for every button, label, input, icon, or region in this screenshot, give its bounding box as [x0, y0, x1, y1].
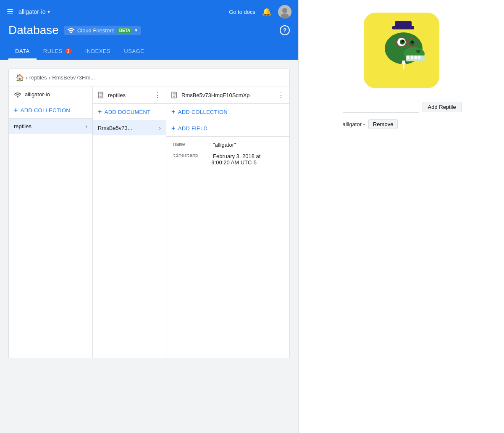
go-to-docs-link[interactable]: Go to docs — [229, 9, 255, 15]
alligator-row: alligator - Remove — [343, 119, 460, 129]
columns-container: alligator-io + ADD COLLECTION reptiles › — [9, 87, 289, 358]
add-document-btn[interactable]: + ADD DOCUMENT — [93, 104, 166, 120]
col-alligator-io: alligator-io + ADD COLLECTION reptiles › — [9, 87, 93, 358]
hamburger-icon[interactable]: ☰ — [7, 7, 13, 16]
beta-badge: BETA — [117, 28, 132, 33]
svg-rect-6 — [395, 21, 412, 29]
plus-icon-doc: + — [98, 108, 102, 116]
reptiles-row[interactable]: reptiles › — [9, 119, 92, 134]
project-dropdown-icon: ▾ — [47, 9, 50, 15]
add-collection-label-3: ADD COLLECTION — [178, 109, 228, 115]
add-collection-btn-3[interactable]: + ADD COLLECTION — [166, 104, 289, 120]
right-panel: Add Reptile alligator - Remove — [298, 0, 504, 433]
breadcrumb: 🏠 › reptiles › RmsBe5v73Hm... — [9, 69, 289, 87]
alligator-svg — [368, 17, 435, 84]
doc-chevron: › — [159, 124, 161, 131]
add-reptile-button[interactable]: Add Reptile — [423, 102, 462, 112]
project-name-label: alligator-io — [18, 8, 46, 15]
tab-data[interactable]: DATA — [8, 44, 37, 60]
svg-rect-20 — [411, 55, 413, 59]
tab-indexes[interactable]: INDEXES — [79, 44, 118, 60]
breadcrumb-reptiles[interactable]: reptiles — [29, 74, 47, 81]
plus-icon-field: + — [171, 124, 176, 132]
field-name-key: name — [173, 142, 207, 148]
col-document: RmsBe5v73HmqF10ScmXp ⋮ + ADD COLLECTION … — [166, 87, 289, 358]
add-field-btn[interactable]: + ADD FIELD — [166, 120, 289, 137]
col3-header: RmsBe5v73HmqF10ScmXp ⋮ — [166, 87, 289, 104]
field-timestamp-key: timestamp — [173, 153, 207, 158]
field-name-row: name : "alligator" — [173, 142, 283, 148]
field-timestamp-row: timestamp : February 3, 2018 at 9:00:20 … — [173, 153, 283, 166]
reptiles-label: reptiles — [14, 123, 85, 129]
col2-menu-icon[interactable]: ⋮ — [154, 91, 161, 99]
database-panel: 🏠 › reptiles › RmsBe5v73Hm... al — [8, 68, 290, 358]
field-name-value: "alligator" — [211, 142, 236, 148]
add-document-label: ADD DOCUMENT — [105, 109, 151, 115]
tab-usage[interactable]: USAGE — [117, 44, 151, 60]
plus-icon-1: + — [14, 106, 18, 114]
add-collection-btn-1[interactable]: + ADD COLLECTION — [9, 102, 92, 119]
firestore-wifi-icon — [67, 27, 75, 33]
top-nav: ☰ alligator-io ▾ Go to docs 🔔 — [0, 0, 298, 24]
alligator-logo — [364, 13, 439, 88]
col2-header: reptiles ⋮ — [93, 87, 166, 104]
add-collection-label-1: ADD COLLECTION — [21, 107, 70, 114]
rules-badge: 1 — [65, 48, 72, 54]
col-reptiles: reptiles ⋮ + ADD DOCUMENT RmsBe5v73... › — [93, 87, 166, 358]
nav-right: Go to docs 🔔 — [229, 5, 291, 18]
col3-title: RmsBe5v73HmqF10ScmXp — [181, 92, 274, 98]
page-title: Database — [8, 24, 59, 37]
service-name: Cloud Firestore — [77, 27, 115, 34]
help-icon[interactable]: ? — [280, 25, 290, 35]
add-reptile-row: Add Reptile — [343, 101, 460, 113]
col1-header: alligator-io — [9, 87, 92, 102]
svg-point-11 — [402, 40, 404, 42]
service-dropdown-arrow[interactable]: ▾ — [135, 27, 137, 33]
svg-point-1 — [282, 8, 287, 13]
home-icon[interactable]: 🏠 — [16, 74, 24, 82]
document-icon — [98, 92, 105, 99]
svg-rect-19 — [407, 55, 409, 59]
service-badge[interactable]: Cloud Firestore BETA ▾ — [64, 26, 141, 35]
doc-label: RmsBe5v73... — [98, 125, 159, 131]
breadcrumb-doc[interactable]: RmsBe5v73Hm... — [52, 74, 95, 81]
doc-row[interactable]: RmsBe5v73... › — [93, 120, 166, 135]
add-field-label: ADD FIELD — [178, 125, 208, 132]
reptile-input[interactable] — [343, 101, 419, 113]
svg-rect-21 — [415, 55, 417, 59]
tab-rules[interactable]: RULES 1 — [37, 44, 79, 60]
svg-point-17 — [416, 50, 420, 53]
remove-button[interactable]: Remove — [368, 119, 398, 129]
alligator-name-label: alligator - — [343, 121, 365, 127]
svg-rect-22 — [418, 55, 420, 59]
plus-icon-3: + — [171, 108, 176, 116]
wifi-icon — [14, 92, 21, 98]
col2-title: reptiles — [108, 92, 151, 98]
reptiles-chevron: › — [85, 123, 87, 129]
field-data: name : "alligator" timestamp : February … — [166, 137, 289, 176]
content-area: 🏠 › reptiles › RmsBe5v73Hm... al — [0, 60, 298, 433]
sub-header: Database Cloud Firestore BETA ▾ ? — [0, 24, 298, 44]
col1-title: alligator-io — [25, 91, 87, 98]
project-name-container[interactable]: alligator-io ▾ — [18, 8, 50, 15]
avatar[interactable] — [278, 5, 291, 18]
svg-point-16 — [411, 41, 413, 43]
tab-bar: DATA RULES 1 INDEXES USAGE — [0, 44, 298, 60]
bell-icon[interactable]: 🔔 — [262, 7, 271, 16]
col3-menu-icon[interactable]: ⋮ — [278, 91, 284, 99]
field-timestamp-value: February 3, 2018 at 9:00:20 AM UTC-5 — [211, 153, 260, 166]
document-icon-2 — [171, 92, 178, 99]
